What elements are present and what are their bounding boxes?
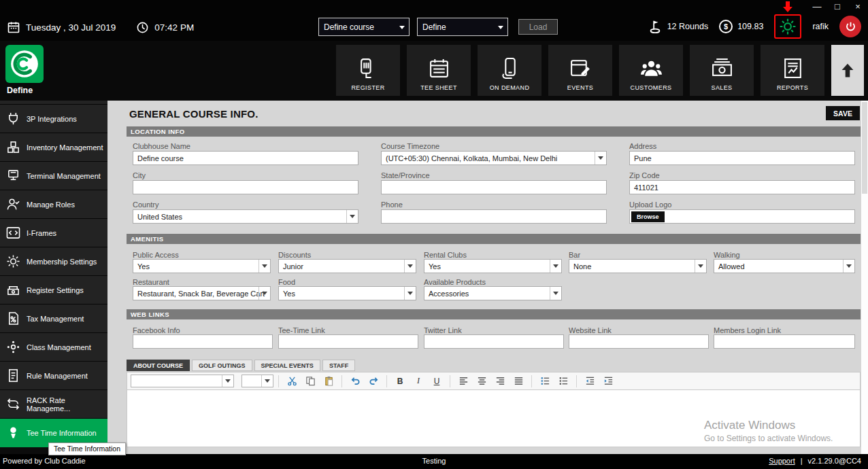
- save-button[interactable]: SAVE: [826, 106, 860, 120]
- nav-tile-tee-sheet[interactable]: TEE SHEET: [407, 45, 471, 96]
- align-center-button[interactable]: [473, 374, 490, 388]
- discounts-select[interactable]: Junior: [278, 259, 416, 273]
- sidebar-item-terminal-management[interactable]: Terminal Management: [0, 162, 107, 190]
- collapse-up-button[interactable]: [831, 45, 864, 96]
- tab-golf-outings[interactable]: GOLF OUTINGS: [192, 360, 252, 371]
- course-timezone-select[interactable]: (UTC+05:30) Chennai, Kolkata, Mumbai, Ne…: [381, 151, 607, 165]
- close-icon[interactable]: ×: [853, 1, 863, 12]
- tab-about-course[interactable]: ABOUT COURSE: [127, 360, 190, 371]
- align-left-button[interactable]: [455, 374, 471, 388]
- numbered-list-button[interactable]: [555, 374, 571, 388]
- nav-tile-events[interactable]: EVENTS: [548, 45, 612, 96]
- minimize-icon[interactable]: —: [812, 1, 822, 12]
- sidebar-item-label: Tee Time Information: [27, 429, 97, 437]
- sidebar-item-manage-roles[interactable]: Manage Roles: [0, 190, 107, 219]
- sidebar-item-3p-integrations[interactable]: 3P Integrations: [0, 105, 107, 133]
- website-link-input[interactable]: [569, 334, 709, 349]
- zip-code-label: Zip Code: [629, 171, 660, 179]
- city-input[interactable]: [133, 180, 358, 194]
- sales-money-icon: [711, 57, 733, 80]
- sidebar-item-register-settings[interactable]: Register Settings: [0, 276, 107, 305]
- paste-button[interactable]: [320, 374, 337, 388]
- nav-tile-on-demand[interactable]: ON DEMAND: [478, 45, 541, 96]
- tooltip: Tee Time Information: [48, 442, 126, 455]
- bullet-list-button[interactable]: [537, 374, 553, 388]
- sidebar-item-tax-management[interactable]: Tax Management: [0, 305, 107, 333]
- power-button[interactable]: [839, 16, 861, 37]
- bar-value: None: [573, 262, 591, 271]
- indent-button[interactable]: [600, 374, 616, 388]
- facebook-label: Facebook Info: [133, 326, 180, 334]
- settings-gear-icon[interactable]: [779, 18, 797, 35]
- available-products-select[interactable]: Accessories: [424, 286, 562, 300]
- maximize-icon[interactable]: □: [833, 1, 842, 12]
- font-size-select[interactable]: [241, 375, 273, 387]
- state-input[interactable]: [381, 180, 607, 194]
- nav-tile-label: CUSTOMERS: [631, 84, 672, 91]
- nav-tile-register[interactable]: REGISTER: [336, 45, 400, 96]
- dropdown-arrow-icon: [695, 260, 706, 273]
- load-button[interactable]: Load: [518, 19, 558, 35]
- public-access-select[interactable]: Yes: [133, 259, 271, 273]
- undo-button[interactable]: [347, 374, 363, 388]
- sidebar-item-rule-management[interactable]: Rule Management: [0, 362, 107, 390]
- nav-tile-customers[interactable]: CUSTOMERS: [619, 45, 683, 96]
- tab-special-events[interactable]: SPECIAL EVENTS: [254, 360, 320, 371]
- dropdown-arrow-icon: [404, 260, 416, 273]
- sidebar-item-label: Manage Roles: [27, 201, 75, 209]
- sidebar-item-inventory-management[interactable]: Inventory Management: [0, 133, 107, 162]
- dollar-icon: $: [719, 20, 733, 33]
- redo-button[interactable]: [365, 374, 382, 388]
- tee-time-link-input[interactable]: [278, 334, 418, 349]
- restaurant-select[interactable]: Restaurant, Snack Bar, Beverage Cart: [133, 286, 271, 300]
- align-right-button[interactable]: [492, 374, 508, 388]
- sidebar-item-membership-settings[interactable]: Membership Settings: [0, 247, 107, 276]
- walking-select[interactable]: Allowed: [714, 259, 855, 273]
- address-input[interactable]: [629, 151, 855, 165]
- customers-people-icon: [640, 57, 663, 80]
- members-login-link-input[interactable]: [714, 334, 855, 349]
- bold-button[interactable]: B: [392, 374, 408, 388]
- define-select[interactable]: Define: [417, 18, 508, 36]
- outdent-button[interactable]: [582, 374, 598, 388]
- course-select[interactable]: Define course: [318, 18, 410, 36]
- app-logo[interactable]: [5, 45, 44, 83]
- scrollbar-thumb[interactable]: [862, 102, 867, 194]
- twitter-link-input[interactable]: [424, 334, 564, 349]
- phone-input[interactable]: [381, 209, 607, 224]
- sidebar-item-rack-rate-management[interactable]: RACK Rate Manageme...: [0, 390, 107, 419]
- tax-percent-icon: [6, 311, 20, 326]
- support-link[interactable]: Support: [769, 457, 795, 465]
- nav-tile-sales[interactable]: SALES: [690, 45, 754, 96]
- city-label: City: [133, 171, 146, 179]
- font-family-select[interactable]: [131, 375, 234, 387]
- status-center-text: Testing: [422, 457, 446, 465]
- club-caddie-logo-icon: [9, 48, 40, 80]
- username[interactable]: rafik: [812, 22, 829, 31]
- nav-tile-label: EVENTS: [567, 84, 593, 91]
- tab-staff[interactable]: STAFF: [322, 360, 355, 371]
- underline-button[interactable]: U: [429, 374, 445, 388]
- events-calendar-icon: [569, 57, 592, 80]
- sidebar-item-iframes[interactable]: I-Frames: [0, 219, 107, 247]
- class-gear-dots-icon: [6, 340, 20, 354]
- calendar-icon: [7, 20, 20, 34]
- dropdown-arrow-icon: [550, 260, 561, 273]
- facebook-input[interactable]: [133, 334, 273, 349]
- cut-button[interactable]: [284, 374, 300, 388]
- available-products-label: Available Products: [424, 278, 486, 286]
- sidebar-item-class-management[interactable]: Class Management: [0, 333, 107, 362]
- nav-tile-reports[interactable]: REPORTS: [761, 45, 824, 96]
- country-select[interactable]: United States: [133, 209, 358, 224]
- zip-code-input[interactable]: [629, 180, 855, 194]
- browse-button[interactable]: Browse: [631, 211, 665, 222]
- copy-button[interactable]: [302, 374, 318, 388]
- justify-button[interactable]: [510, 374, 527, 388]
- rental-clubs-select[interactable]: Yes: [424, 259, 562, 273]
- clubhouse-name-input[interactable]: [133, 151, 358, 165]
- italic-button[interactable]: I: [410, 374, 427, 388]
- bar-select[interactable]: None: [569, 259, 707, 273]
- food-select[interactable]: Yes: [278, 286, 416, 300]
- red-arrow-indicator: [783, 1, 792, 13]
- powered-by-label: Powered by Club Caddie: [3, 457, 86, 465]
